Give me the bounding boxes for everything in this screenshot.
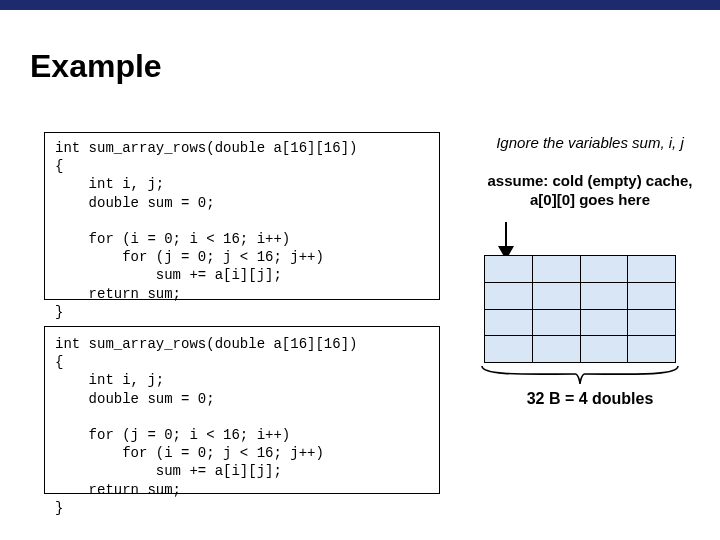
cache-cell (485, 283, 533, 309)
cache-cell (485, 256, 533, 282)
header-bar (0, 0, 720, 10)
note-assume-line2: a[0][0] goes here (530, 191, 650, 208)
cache-cell (485, 310, 533, 336)
cache-cell (581, 310, 629, 336)
slide-title: Example (30, 48, 162, 85)
brace-icon (480, 364, 680, 386)
cache-cell (533, 283, 581, 309)
cache-cell (628, 336, 675, 362)
cache-row (484, 335, 676, 363)
note-assume-line1: assume: cold (empty) cache, (487, 172, 692, 189)
cache-cell (485, 336, 533, 362)
code-block-rows: int sum_array_rows(double a[16][16]) { i… (44, 132, 440, 300)
cache-cell (628, 256, 675, 282)
cache-cell (581, 336, 629, 362)
cache-row (484, 255, 676, 282)
cache-row (484, 282, 676, 309)
cache-row (484, 309, 676, 336)
cache-diagram (484, 255, 676, 363)
note-ignore-vars: Ignore the variables sum, i, j (474, 134, 706, 151)
cache-cell (628, 283, 675, 309)
cache-cell (581, 283, 629, 309)
cache-cell (581, 256, 629, 282)
code-block-cols: int sum_array_rows(double a[16][16]) { i… (44, 326, 440, 494)
cache-cell (628, 310, 675, 336)
cache-cell (533, 256, 581, 282)
cache-caption: 32 B = 4 doubles (474, 390, 706, 408)
cache-cell (533, 336, 581, 362)
note-assume-cache: assume: cold (empty) cache, a[0][0] goes… (474, 172, 706, 210)
cache-cell (533, 310, 581, 336)
